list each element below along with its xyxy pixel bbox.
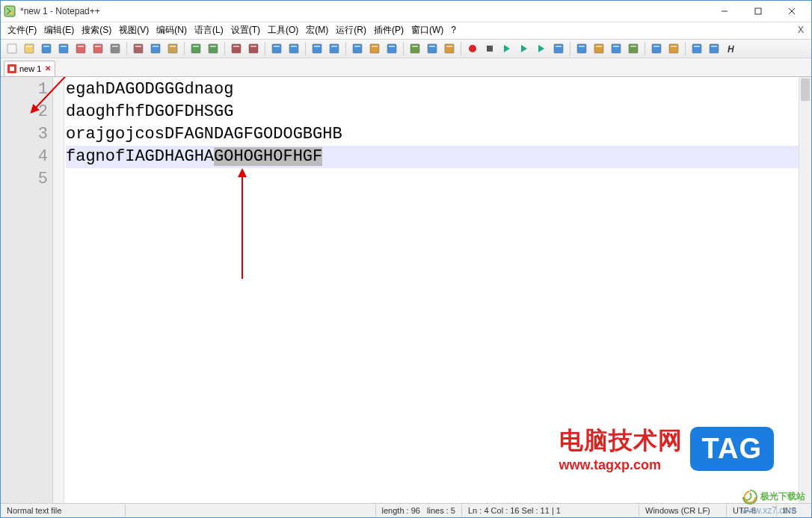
menu-plugins[interactable]: 插件(P)	[370, 23, 407, 37]
menu-close-x[interactable]: X	[793, 25, 808, 35]
svg-rect-26	[191, 44, 200, 53]
title-bar: *new 1 - Notepad++	[1, 1, 811, 22]
svg-rect-17	[95, 46, 101, 47]
toolbar-expand-icon[interactable]	[666, 41, 681, 56]
editor: 12345 egahDAGODGGGdnaogdaoghfhfDGOFDHSGG…	[1, 77, 811, 503]
menu-language[interactable]: 语言(L)	[191, 23, 227, 37]
toolbar-close-icon[interactable]	[73, 41, 88, 56]
toolbar-sync-v-icon[interactable]	[310, 41, 325, 56]
svg-rect-36	[289, 44, 298, 53]
toolbar-close-all-icon[interactable]	[90, 41, 105, 56]
svg-rect-48	[410, 44, 419, 53]
menu-view[interactable]: 视图(V)	[115, 23, 153, 37]
menu-tools[interactable]: 工具(O)	[264, 23, 302, 37]
menu-file[interactable]: 文件(F)	[4, 23, 40, 37]
svg-rect-18	[111, 44, 120, 53]
text-line[interactable]: fagnofIAGDHAGHAGOHOGHOFHGF	[66, 146, 799, 168]
svg-rect-56	[554, 44, 563, 53]
menu-settings[interactable]: 设置(T)	[227, 23, 264, 37]
svg-rect-29	[210, 46, 216, 47]
toolbar-copy-icon[interactable]	[148, 41, 163, 56]
toolbar-fast-forward-icon[interactable]	[534, 41, 549, 56]
toolbar-indent-icon[interactable]	[384, 41, 399, 56]
tab-label: new 1	[19, 64, 41, 73]
toolbar-new-icon[interactable]	[4, 41, 19, 56]
svg-rect-50	[428, 44, 437, 53]
menu-window[interactable]: 窗口(W)	[407, 23, 447, 37]
toolbar-toggle-3-icon[interactable]	[609, 41, 624, 56]
tab-new-1[interactable]: new 1 ✕	[4, 61, 55, 76]
window-title: *new 1 - Notepad++	[20, 6, 707, 16]
toolbar-toggle-4-icon[interactable]	[626, 41, 641, 56]
toolbar-separator	[126, 42, 127, 55]
svg-rect-57	[556, 46, 562, 47]
toolbar-stop-icon[interactable]	[482, 41, 497, 56]
svg-point-54	[469, 45, 476, 52]
toolbar-print-icon[interactable]	[108, 41, 123, 56]
toolbar-replace-icon[interactable]	[246, 41, 261, 56]
selection: GOHOGHOFHGF	[214, 147, 322, 166]
svg-rect-60	[594, 44, 603, 53]
menu-run[interactable]: 运行(R)	[332, 23, 370, 37]
svg-rect-68	[669, 44, 678, 53]
toolbar-paste-icon[interactable]	[165, 41, 180, 56]
svg-rect-72	[710, 44, 719, 53]
vertical-scrollbar[interactable]	[799, 77, 811, 503]
svg-rect-46	[387, 44, 396, 53]
toolbar-open-icon[interactable]	[22, 41, 37, 56]
toolbar-play-icon[interactable]	[499, 41, 514, 56]
toolbar-separator	[570, 42, 570, 55]
toolbar-bold-icon[interactable]: H	[724, 41, 739, 56]
text-area[interactable]: egahDAGODGGGdnaogdaoghfhfDGOFDHSGGorajgo…	[64, 77, 799, 503]
svg-rect-15	[78, 46, 84, 47]
toolbar-wrap-icon[interactable]	[350, 41, 365, 56]
toolbar-show-icon[interactable]	[707, 41, 722, 56]
text-line[interactable]: daoghfhfDGOFDHSGG	[66, 101, 799, 123]
toolbar-record-icon[interactable]	[465, 41, 480, 56]
close-button[interactable]	[775, 1, 808, 22]
toolbar-find-icon[interactable]	[229, 41, 244, 56]
svg-rect-19	[112, 46, 118, 47]
svg-rect-35	[274, 46, 280, 47]
toolbar-zoom-out-icon[interactable]	[286, 41, 301, 56]
text-line[interactable]: egahDAGODGGGdnaog	[66, 78, 799, 101]
svg-rect-37	[291, 46, 297, 47]
menu-help[interactable]: ?	[447, 24, 460, 36]
toolbar-eol-icon[interactable]	[425, 41, 440, 56]
menu-edit[interactable]: 编辑(E)	[40, 23, 78, 37]
toolbar-save-icon[interactable]	[39, 41, 54, 56]
maximize-button[interactable]	[741, 1, 775, 22]
toolbar-redo-icon[interactable]	[206, 41, 221, 56]
toolbar-zoom-in-icon[interactable]	[269, 41, 284, 56]
toolbar-all-chars-icon[interactable]	[367, 41, 382, 56]
toolbar-toggle-1-icon[interactable]	[574, 41, 589, 56]
svg-rect-21	[135, 46, 141, 47]
scroll-thumb[interactable]	[801, 78, 810, 101]
menu-search[interactable]: 搜索(S)	[78, 23, 115, 37]
toolbar-toggle-2-icon[interactable]	[591, 41, 606, 56]
minimize-button[interactable]	[707, 1, 741, 22]
toolbar-save-all-icon[interactable]	[56, 41, 71, 56]
toolbar-separator	[224, 42, 225, 55]
svg-rect-22	[151, 44, 160, 53]
status-eol: Windows (CR LF)	[639, 505, 727, 517]
svg-rect-42	[353, 44, 362, 53]
toolbar-undo-icon[interactable]	[188, 41, 203, 56]
toolbar-monitor-icon[interactable]	[442, 41, 457, 56]
menu-encoding[interactable]: 编码(N)	[153, 23, 191, 37]
toolbar-hide-icon[interactable]	[689, 41, 704, 56]
toolbar-collapse-icon[interactable]	[649, 41, 664, 56]
menu-macro[interactable]: 宏(M)	[302, 23, 332, 37]
svg-rect-7	[9, 46, 15, 47]
toolbar-separator	[305, 42, 306, 55]
toolbar-lang-icon[interactable]	[407, 41, 422, 56]
svg-rect-23	[153, 46, 159, 47]
toolbar-cut-icon[interactable]	[131, 41, 146, 56]
toolbar-next-icon[interactable]	[551, 41, 566, 56]
svg-rect-39	[314, 46, 320, 47]
svg-rect-38	[313, 44, 322, 53]
text-line[interactable]: orajgojcosDFAGNDAGFGODOGBGHB	[66, 123, 799, 146]
tab-close-icon[interactable]: ✕	[44, 65, 52, 73]
toolbar-sync-h-icon[interactable]	[327, 41, 342, 56]
toolbar-play-multi-icon[interactable]	[517, 41, 532, 56]
